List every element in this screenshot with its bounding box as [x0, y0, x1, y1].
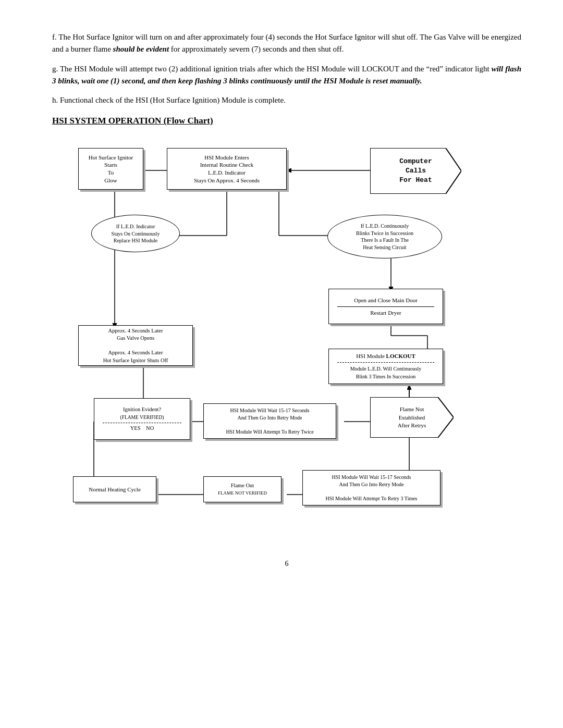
- section-heading: HSI SYSTEM OPERATION (Flow Chart): [52, 116, 521, 126]
- para-f-prefix: f.: [52, 33, 57, 41]
- led-blinks-text: If L.E.D. ContinuouslyBlinks Twice in Su…: [356, 223, 413, 251]
- approx-4sec-box: Approx. 4 Seconds LaterGas Valve Opens A…: [78, 325, 193, 366]
- flowchart: ComputerCallsFor Heat HSI Module EntersI…: [63, 138, 511, 544]
- open-close-door-box: Open and Close Main Door Restart Dryer: [328, 289, 443, 324]
- hsi-wait-retry-text: HSI Module Will Wait 15-17 SecondsAnd Th…: [226, 407, 313, 435]
- normal-heating-box: Normal Heating Cycle: [73, 476, 156, 502]
- flame-not-established-box: Flame NotEstablishedAfter Retrys: [370, 397, 454, 438]
- flame-out-box: Flame Out FLAME NOT VERIFIED: [203, 476, 282, 502]
- para-h-prefix: h.: [52, 96, 58, 104]
- hot-surface-text: Hot Surface IgnitorStartsToGlow: [89, 154, 133, 184]
- hsi-module-text: HSI Module EntersInternal Routine CheckL…: [194, 154, 260, 184]
- para-f-bold-italic: should be evident: [113, 45, 169, 53]
- para-h-text: Functional check of the HSI (Hot Surface…: [60, 96, 286, 104]
- hot-surface-box: Hot Surface IgnitorStartsToGlow: [78, 148, 143, 190]
- para-g-text1: The HSI Module will attempt two (2) addi…: [60, 65, 492, 73]
- paragraph-f: f. The Hot Surface Ignitor will turn on …: [52, 31, 521, 106]
- led-stays-on-text: If L.E.D. IndicatorStays On Continuously…: [112, 223, 160, 244]
- ignition-evident-text: Ignition Evident? (FLAME VERIFIED) YES N…: [97, 406, 187, 432]
- computer-calls-box: ComputerCallsFor Heat: [370, 148, 461, 194]
- para-f-text2: for approximately severn (7) seconds and…: [169, 45, 344, 53]
- open-close-text: Open and Close Main Door Restart Dryer: [332, 297, 439, 317]
- page-number-text: 6: [285, 560, 289, 567]
- page-content: f. The Hot Surface Ignitor will turn on …: [52, 31, 521, 568]
- led-stays-on-box: If L.E.D. IndicatorStays On Continuously…: [91, 215, 180, 252]
- para-g-prefix: g.: [52, 65, 58, 73]
- ignition-evident-box: Ignition Evident? (FLAME VERIFIED) YES N…: [94, 398, 190, 440]
- hsi-wait-retry-box: HSI Module Will Wait 15-17 SecondsAnd Th…: [203, 403, 336, 439]
- approx-4sec-text: Approx. 4 Seconds LaterGas Valve Opens A…: [103, 327, 168, 364]
- hsi-lockout-text: HSI Module LOCKOUT Module L.E.D. Will Co…: [332, 352, 439, 380]
- computer-calls-text: ComputerCallsFor Heat: [399, 157, 432, 186]
- section-title: HSI SYSTEM OPERATION: [52, 116, 161, 126]
- hsi-module-box: HSI Module EntersInternal Routine CheckL…: [167, 148, 287, 190]
- hsi-wait-retry2-box: HSI Module Will Wait 15-17 SecondsAnd Th…: [302, 470, 440, 505]
- flame-not-established-text: Flame NotEstablishedAfter Retrys: [398, 405, 426, 429]
- hsi-lockout-box: HSI Module LOCKOUT Module L.E.D. Will Co…: [328, 349, 443, 384]
- flame-out-text: Flame Out FLAME NOT VERIFIED: [218, 482, 267, 497]
- hsi-wait-retry2-text: HSI Module Will Wait 15-17 SecondsAnd Th…: [325, 474, 417, 502]
- page-number: 6: [52, 560, 521, 568]
- section-subtitle: (Flow Chart): [161, 116, 213, 126]
- led-blinks-box: If L.E.D. ContinuouslyBlinks Twice in Su…: [327, 215, 442, 258]
- normal-heating-text: Normal Heating Cycle: [89, 486, 141, 493]
